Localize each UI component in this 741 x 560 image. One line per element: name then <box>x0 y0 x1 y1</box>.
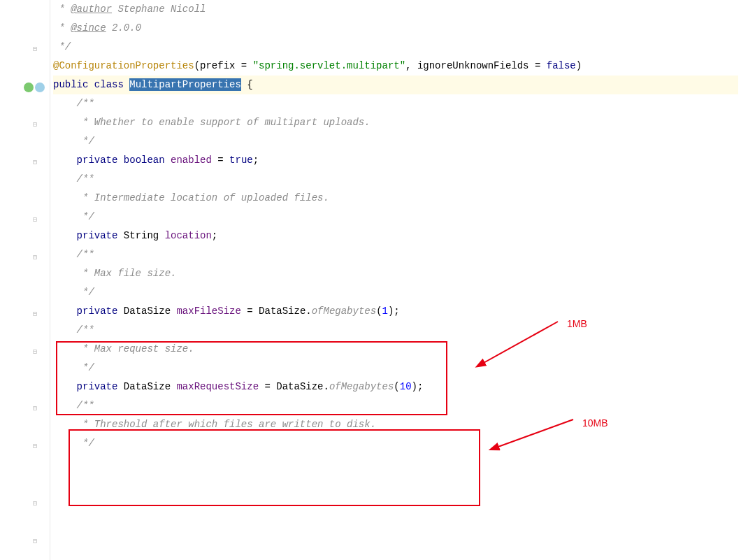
editor-gutter: ⊟ ⊟ ⊟ ⊟ ⊟ ⊟ ⊟ ⊟ ⊟ ⊟ ⊟ <box>0 0 50 560</box>
field-maxrequestsize: private DataSize maxRequestSize = DataSi… <box>53 378 741 396</box>
field-location: private String location; <box>53 227 741 245</box>
annotation-label-1mb: 1MB <box>567 315 587 333</box>
javadoc: * Max request size. <box>53 343 194 354</box>
javadoc-end: */ <box>53 41 71 52</box>
annotation-line: @ConfigurationProperties(prefix = "sprin… <box>53 57 741 76</box>
javadoc: /** <box>53 98 94 109</box>
selected-classname: MultipartProperties <box>129 78 241 91</box>
field-enabled: private boolean enabled = true; <box>53 151 741 170</box>
javadoc: */ <box>53 438 94 449</box>
fold-icon[interactable]: ⊟ <box>31 122 38 129</box>
javadoc: */ <box>53 287 94 298</box>
spring-leaf-icon <box>24 82 34 92</box>
javadoc: /** <box>53 173 94 185</box>
javadoc: /** <box>53 400 94 411</box>
javadoc-since: * @since 2.0.0 <box>53 22 141 34</box>
javadoc: */ <box>53 211 94 222</box>
javadoc: */ <box>53 136 94 147</box>
javadoc: * Max file size. <box>53 268 176 279</box>
fold-icon[interactable]: ⊟ <box>31 405 38 412</box>
class-declaration: public class MultipartProperties { <box>53 76 738 94</box>
javadoc-author: * @author Stephane Nicoll <box>53 3 206 15</box>
bean-icon <box>35 82 45 92</box>
gutter-run-icons[interactable] <box>24 82 45 92</box>
javadoc: * Intermediate location of uploaded file… <box>53 192 329 203</box>
fold-icon[interactable]: ⊟ <box>31 254 38 261</box>
javadoc: /** <box>53 324 94 336</box>
field-maxfilesize: private DataSize maxFileSize = DataSize.… <box>53 302 741 321</box>
fold-icon[interactable]: ⊟ <box>31 538 38 545</box>
fold-icon[interactable]: ⊟ <box>31 159 38 166</box>
javadoc: /** <box>53 249 94 260</box>
fold-icon[interactable]: ⊟ <box>31 349 38 356</box>
javadoc: * Whether to enable support of multipart… <box>53 117 370 128</box>
fold-icon[interactable]: ⊟ <box>31 46 38 53</box>
code-editor[interactable]: * @author Stephane Nicoll * @since 2.0.0… <box>53 0 741 453</box>
fold-icon[interactable]: ⊟ <box>31 501 38 508</box>
javadoc: * Threshold after which files are writte… <box>53 419 376 430</box>
fold-icon[interactable]: ⊟ <box>31 217 38 224</box>
annotation-label-10mb: 10MB <box>582 414 608 433</box>
javadoc: */ <box>53 362 94 373</box>
fold-icon[interactable]: ⊟ <box>31 443 38 450</box>
fold-icon[interactable]: ⊟ <box>31 311 38 318</box>
